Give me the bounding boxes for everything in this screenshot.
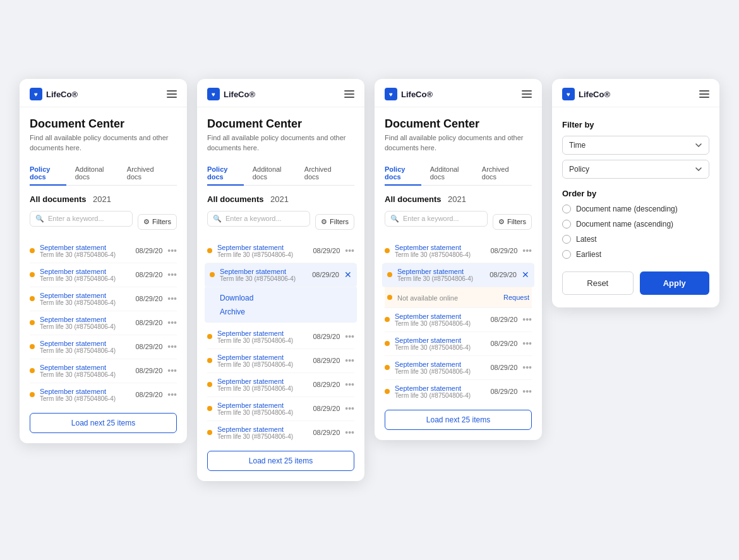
doc-more-icon[interactable]: •••	[345, 355, 354, 366]
doc-info: September statement Term life 30 (#87504…	[395, 313, 490, 327]
doc-date: 08/29/20	[135, 391, 162, 398]
doc-name[interactable]: September statement	[217, 378, 313, 385]
doc-more-icon[interactable]: •••	[522, 386, 532, 396]
radio-button[interactable]	[562, 250, 571, 259]
download-action[interactable]: Download	[220, 291, 352, 305]
order-latest-label: Latest	[576, 235, 597, 244]
order-option-latest[interactable]: Latest	[562, 235, 709, 244]
doc-name[interactable]: September statement	[40, 268, 135, 275]
doc-more-icon[interactable]: •••	[345, 246, 354, 256]
filters-button-3[interactable]: ⚙ Filters	[493, 214, 532, 230]
logo-icon-4: ♥	[562, 88, 575, 100]
archive-action[interactable]: Archive	[220, 305, 352, 319]
doc-more-icon[interactable]: •••	[167, 294, 177, 304]
doc-more-icon[interactable]: •••	[522, 362, 532, 372]
load-more-button-1[interactable]: Load next 25 items	[30, 413, 177, 433]
doc-more-icon[interactable]: •••	[167, 318, 177, 328]
tab-additional-docs-3[interactable]: Additonal docs	[430, 162, 473, 186]
doc-name[interactable]: September statement	[40, 244, 135, 251]
doc-name[interactable]: September statement	[217, 244, 313, 251]
doc-date: 08/29/20	[313, 333, 340, 340]
tab-policy-docs-3[interactable]: Policy docs	[385, 162, 421, 186]
logo-icon-1: ♥	[30, 88, 42, 100]
doc-more-icon[interactable]: •••	[345, 331, 354, 342]
tab-policy-docs-1[interactable]: Policy docs	[30, 162, 66, 186]
reset-button[interactable]: Reset	[562, 271, 634, 295]
doc-name[interactable]: September statement	[395, 384, 490, 392]
doc-info: September statement Term life 30 (#87504…	[395, 384, 490, 399]
doc-more-icon[interactable]: •••	[167, 342, 177, 352]
doc-more-icon[interactable]: •••	[345, 403, 354, 414]
screens-container: ♥ LifeCo® Document Center Find all avail…	[20, 79, 719, 481]
doc-date: 08/29/20	[135, 343, 162, 350]
filters-button-2[interactable]: ⚙ Filters	[315, 214, 354, 230]
doc-info: September statement Term life 30 (#87504…	[395, 360, 490, 375]
doc-name[interactable]: September statement	[40, 316, 135, 323]
radio-button[interactable]	[562, 220, 571, 229]
doc-more-icon[interactable]: •••	[167, 390, 177, 400]
tab-archived-docs-1[interactable]: Archived docs	[127, 162, 168, 186]
page-subtitle-3: Find all available policy documents and …	[385, 133, 532, 153]
doc-name[interactable]: September statement	[395, 337, 490, 344]
hamburger-menu-3[interactable]	[522, 90, 532, 98]
tab-policy-docs-2[interactable]: Policy docs	[207, 162, 244, 186]
doc-name[interactable]: September statement	[40, 292, 135, 299]
doc-more-icon[interactable]: •••	[167, 366, 177, 376]
doc-name[interactable]: September statement	[217, 426, 313, 433]
logo-1: ♥ LifeCo®	[30, 88, 78, 100]
doc-more-icon[interactable]: •••	[167, 246, 177, 256]
filter-time-select[interactable]: Time	[562, 136, 709, 155]
hamburger-menu-4[interactable]	[699, 90, 709, 98]
search-bar-1[interactable]: 🔍 Enter a keyword...	[30, 211, 133, 227]
doc-name[interactable]: September statement	[395, 360, 490, 368]
doc-more-icon[interactable]: •••	[345, 379, 354, 390]
doc-name[interactable]: September statement	[220, 268, 312, 275]
load-more-button-3[interactable]: Load next 25 items	[385, 410, 532, 430]
doc-name[interactable]: September statement	[40, 340, 135, 347]
doc-date: 08/29/20	[490, 247, 517, 254]
close-icon-3[interactable]: ✕	[522, 270, 529, 280]
hamburger-menu-1[interactable]	[167, 90, 177, 98]
doc-dot	[30, 272, 35, 277]
search-bar-2[interactable]: 🔍 Enter a keyword...	[207, 211, 310, 227]
tab-archived-docs-3[interactable]: Archived docs	[482, 162, 523, 186]
load-more-button-2[interactable]: Load next 25 items	[207, 451, 354, 471]
order-option-asc[interactable]: Document name (ascending)	[562, 220, 709, 229]
radio-button[interactable]	[562, 235, 571, 244]
doc-more-icon[interactable]: •••	[522, 246, 532, 256]
doc-name[interactable]: September statement	[217, 402, 313, 409]
doc-name[interactable]: September statement	[40, 364, 135, 371]
doc-dot	[387, 295, 392, 300]
search-bar-3[interactable]: 🔍 Enter a keyword...	[385, 211, 488, 227]
hamburger-menu-2[interactable]	[344, 90, 354, 98]
tab-archived-docs-2[interactable]: Archived docs	[304, 162, 345, 186]
doc-dot	[385, 317, 390, 322]
doc-sub: Term life 30 (#87504806-4)	[395, 251, 490, 258]
logo-4: ♥ LifeCo®	[562, 88, 610, 100]
doc-more-icon[interactable]: •••	[522, 338, 532, 349]
filters-button-1[interactable]: ⚙ Filters	[138, 214, 177, 230]
doc-date: 08/29/20	[135, 247, 162, 254]
doc-name[interactable]: September statement	[40, 388, 135, 395]
order-option-desc[interactable]: Document name (descending)	[562, 205, 709, 213]
tab-additional-docs-1[interactable]: Additonal docs	[75, 162, 118, 186]
header-4: ♥ LifeCo®	[552, 79, 719, 107]
tab-additional-docs-2[interactable]: Additonal docs	[253, 162, 296, 186]
doc-more-icon[interactable]: •••	[167, 270, 177, 280]
request-button[interactable]: Request	[503, 294, 529, 301]
doc-name[interactable]: September statement	[395, 313, 490, 320]
doc-dot	[387, 272, 392, 277]
filter-policy-select[interactable]: Policy	[562, 160, 709, 179]
doc-name[interactable]: September statement	[397, 268, 490, 275]
doc-name[interactable]: September statement	[217, 354, 313, 361]
apply-button[interactable]: Apply	[640, 271, 710, 295]
order-option-earliest[interactable]: Earliest	[562, 250, 709, 259]
doc-name[interactable]: September statement	[395, 244, 490, 251]
doc-more-icon[interactable]: •••	[345, 427, 354, 438]
doc-name[interactable]: September statement	[217, 330, 313, 337]
close-icon[interactable]: ✕	[344, 270, 352, 280]
doc-more-icon[interactable]: •••	[522, 314, 532, 325]
radio-button[interactable]	[562, 205, 571, 213]
doc-date: 08/29/20	[490, 316, 517, 323]
doc-info: September statement Term life 30 (#87504…	[40, 388, 135, 402]
